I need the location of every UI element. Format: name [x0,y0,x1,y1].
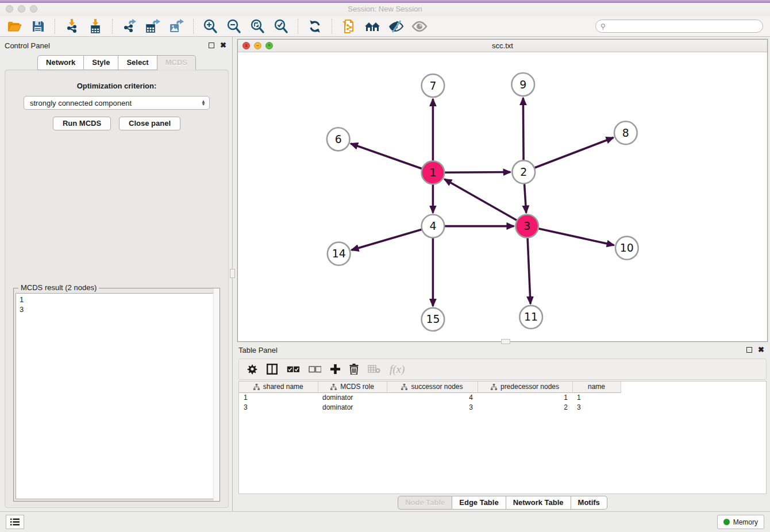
hierarchy-icon [330,384,337,390]
table-cell[interactable]: 4 [387,393,478,403]
edge-1-6[interactable] [351,144,422,169]
panel-splitter[interactable] [232,37,235,511]
close-table-panel-icon[interactable]: ✖ [758,347,764,353]
session-title: Session: New Session [0,5,770,13]
table-row[interactable]: 3dominator323 [239,403,621,413]
table-cell[interactable]: 1 [572,393,621,403]
node-label-9: 9 [519,78,526,91]
memory-button[interactable]: Memory [717,515,764,529]
column-header-label: predecessor nodes [500,383,559,391]
import-table-icon[interactable] [86,18,105,35]
tab-motifs[interactable]: Motifs [571,496,607,510]
run-mcds-button[interactable]: Run MCDS [53,117,111,130]
delete-table-disabled-icon [368,365,380,373]
window-top-border [0,0,770,3]
search-icon: ⚲ [600,22,606,30]
tab-network[interactable]: Network [37,55,84,70]
table-cell[interactable]: 3 [387,403,478,413]
home-layout-icon[interactable] [363,18,382,35]
zoom-selected-icon[interactable] [271,18,291,35]
column-header-shared-name[interactable]: shared name [239,381,318,393]
table-cell[interactable]: dominator [318,403,387,413]
tab-edge-table[interactable]: Edge Table [452,496,506,510]
tab-style[interactable]: Style [84,55,118,70]
save-session-icon[interactable] [28,18,48,35]
refresh-icon[interactable] [305,18,325,35]
delete-column-trash-icon[interactable] [349,364,359,375]
close-panel-button[interactable]: Close panel [119,117,180,130]
main-toolbar: ⚲ [0,16,770,37]
table-cell[interactable]: 3 [239,403,318,413]
toolbar-separator [332,19,332,34]
edge-3-1[interactable] [444,179,517,221]
tab-select[interactable]: Select [118,55,157,70]
search-input[interactable] [609,22,758,30]
table-cell[interactable]: dominator [318,393,387,403]
mcds-result-scrollbar[interactable] [213,288,220,501]
table-panel-title: Table Panel [238,346,746,354]
network-graph[interactable]: 7968124314101511 [238,52,767,341]
node-label-6: 6 [335,133,342,145]
table-settings-gear-icon[interactable] [247,364,257,375]
table-cell[interactable]: 2 [478,403,572,413]
edge-1-2[interactable] [444,172,510,173]
edge-2-9[interactable] [523,98,523,160]
column-header-MCDS-role[interactable]: MCDS role [318,381,387,393]
node-label-11: 11 [524,310,538,323]
memory-label: Memory [733,518,758,526]
network-window-titlebar[interactable]: x – + scc.txt [238,40,767,52]
selected-option: strongly connected component [30,99,201,107]
open-session-icon[interactable] [5,18,24,35]
float-panel-icon[interactable] [209,43,214,48]
table-body: 1dominator4113dominator323 [239,393,621,413]
node-table[interactable]: shared nameMCDS rolesuccessor nodesprede… [238,381,767,494]
tab-node-table[interactable]: Node Table [398,496,452,510]
export-network-icon[interactable] [120,18,139,35]
eye-disabled-icon[interactable] [410,18,429,35]
clear-checks-icon[interactable] [309,366,321,373]
edge-4-14[interactable] [352,229,422,250]
add-column-icon[interactable] [330,364,340,374]
column-header-name[interactable]: name [572,381,621,393]
column-header-label: MCDS role [340,383,374,391]
import-network-icon[interactable] [62,18,82,35]
tab-mcds[interactable]: MCDS [157,55,196,70]
column-header-predecessor-nodes[interactable]: predecessor nodes [478,381,572,393]
table-cell[interactable]: 3 [572,403,621,413]
hide-graphics-details-icon[interactable] [386,18,406,35]
optimization-criterion-select[interactable]: strongly connected component ▲▼ [24,96,210,110]
horizontal-splitter-grip[interactable] [501,339,510,344]
splitter-grip[interactable] [230,269,235,278]
zoom-fit-icon[interactable] [248,18,267,35]
column-layout-icon[interactable] [267,364,278,375]
network-overview-icon[interactable] [339,18,359,35]
zoom-out-icon[interactable] [224,18,244,35]
node-label-10: 10 [620,241,634,254]
node-label-7: 7 [429,79,436,92]
export-table-icon[interactable] [143,18,163,35]
node-label-1: 1 [429,166,436,179]
close-panel-icon[interactable]: ✖ [220,43,226,48]
toolbar-separator [193,19,194,34]
edge-2-8[interactable] [534,137,614,168]
task-history-button[interactable] [6,515,24,529]
table-cell[interactable]: 1 [478,393,572,403]
edge-3-11[interactable] [528,238,530,304]
status-bar: Memory [0,511,770,532]
network-canvas[interactable]: 7968124314101511 [238,52,767,341]
search-field[interactable]: ⚲ [595,20,763,33]
select-all-checks-icon[interactable] [287,366,299,373]
tab-network-table[interactable]: Network Table [506,496,571,510]
node-label-3: 3 [523,219,530,232]
mcds-result-title: MCDS result (2 nodes) [18,283,99,292]
table-row[interactable]: 1dominator411 [239,393,621,403]
mcds-result-text[interactable]: 1 3 [16,293,218,499]
edge-3-10[interactable] [538,229,614,245]
float-table-panel-icon[interactable] [746,347,752,353]
list-icon [10,518,20,526]
table-cell[interactable]: 1 [239,393,318,403]
zoom-in-icon[interactable] [201,18,220,35]
column-header-successor-nodes[interactable]: successor nodes [387,381,478,393]
edge-2-3[interactable] [524,183,526,213]
export-image-icon[interactable] [167,18,186,35]
